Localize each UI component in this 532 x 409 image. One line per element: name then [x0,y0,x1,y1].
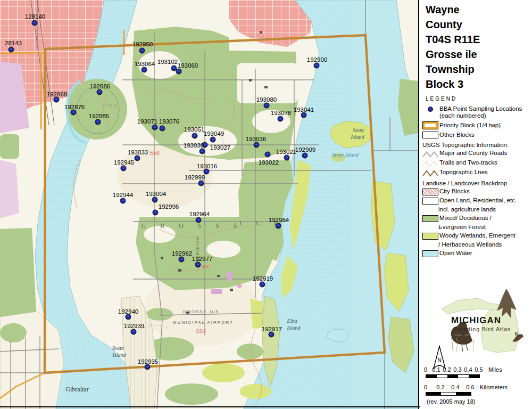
scale-tick: 0.4 [464,366,472,373]
legend-item-city-blocks: City Blocks [421,188,532,195]
bba-point-label: 192945 [114,159,134,166]
legend-bba-label2: (each numbered) [439,112,486,119]
bba-point-dot[interactable] [139,48,145,54]
scalebar-km-bar [426,392,471,396]
north-arrow-n: N [437,357,441,363]
legend-open-land-line2: incl. agriculture lands [438,206,532,213]
bba-point-dot[interactable] [179,257,185,263]
bba-point-dot[interactable] [142,67,147,73]
logo-years: 2002 - 2007 [454,333,471,337]
scale-segment [469,375,479,378]
map-label-stony-island: Stony Island [332,152,359,158]
bba-point-label: 192919 [253,275,273,282]
bba-point-dot[interactable] [314,63,320,69]
bba-point-label: 193036 [246,136,266,142]
bba-point-label: 193071 [137,118,157,125]
bba-point-dot[interactable] [160,126,165,132]
bba-point-dot[interactable] [192,133,198,139]
other-blocks-swatch [421,132,439,138]
scale-segment [456,392,471,395]
small-lake [327,329,348,342]
forest-swatch [421,215,439,222]
legend-wetland-line2: / Herbaceous Wetlands [438,241,532,248]
bba-point-dot[interactable] [120,198,126,204]
bba-point-label: 193064 [135,61,155,67]
bba-point-dot[interactable] [196,217,202,223]
map-canvas[interactable]: StonyIslandStony IslandElbaIslandSwanIsl… [0,0,418,409]
map-label-island: Island [287,325,301,331]
scale-segment [426,392,441,395]
title-line: Block 3 [420,77,532,92]
legend-bba-label: BBA Point Sampling Locations [439,105,522,112]
map-label-556: 556 [150,150,160,156]
bba-point-dot[interactable] [9,47,14,53]
bba-point-label: 193078 [271,110,291,116]
logo-title: MICHIGAN [451,315,501,326]
bba-point-dot[interactable] [152,125,158,130]
bba-point-dot[interactable] [32,20,38,26]
bba-point-dot[interactable] [145,364,151,370]
legend-item-trails: Trails and Two-tracks [421,159,532,167]
priority-block-swatch [421,121,439,129]
bba-point-dot[interactable] [97,89,103,95]
bba-point-dot[interactable] [131,329,137,335]
bba-point-label: 193030 [184,142,204,149]
bba-point-dot[interactable] [265,152,271,158]
scale-segment [426,375,437,378]
bba-point-dot[interactable] [254,142,260,148]
bba-point-label: 192885 [89,113,109,119]
bba-point-label: 192876 [64,104,85,110]
bba-point-dot[interactable] [153,210,159,216]
scale-segment [447,375,458,378]
bba-point-dot[interactable] [121,166,127,171]
bba-point-label: 192939 [124,323,144,329]
bba-point-label: 192944 [113,192,133,198]
title-line: Wayne [420,2,532,17]
scale-tick: 0.2 [436,384,444,390]
trails-line-icon [421,160,439,167]
bba-point-dot[interactable] [198,181,204,186]
bba-point-dot[interactable] [135,156,140,161]
scale-tick: 0 [424,384,427,390]
legend-item-bba-points: BBA Point Sampling Locations (each numbe… [421,105,532,119]
bba-point-dot[interactable] [204,169,210,175]
revision-note: (rev. 2005 may 18) [427,398,476,405]
bba-point-dot[interactable] [269,332,275,338]
legend-item-forest: Mixed/ Deciduous / [421,215,532,222]
bba-point-label: 193027 [210,144,230,151]
open-water-swatch [421,250,439,257]
bba-point-dot[interactable] [301,112,307,118]
scale-tick: 0.3 [453,366,461,373]
bba-point-dot[interactable] [126,314,131,320]
bba-point-dot[interactable] [54,97,60,103]
bba-point-dot[interactable] [195,262,201,268]
map-label-municipal-airport: MUNICIPAL AIRPORT [173,320,234,325]
open-land-swatch [421,198,439,204]
bba-point-label: 193033 [128,149,148,156]
bba-point-dot[interactable] [95,119,101,125]
bba-point-dot[interactable] [152,197,158,203]
logo-subtitle: Breeding Bird Atlas [453,326,511,332]
bba-point-dot[interactable] [278,116,284,122]
topo-map-backdrop [0,0,418,409]
bba-point-label: 193041 [294,107,314,113]
bba-point-dot[interactable] [264,103,270,109]
legend-heading: LEGEND [420,92,532,104]
bba-point-dot[interactable] [200,149,205,154]
bba-point-dot[interactable] [284,155,290,161]
topo-line-icon [421,169,439,177]
legend-item-open-water: Open Water [421,250,532,257]
bba-point-dot[interactable] [176,69,182,75]
bba-point-dot[interactable] [260,282,265,288]
bba-point-label: 193016 [197,163,217,169]
legend-item-priority-block: Priority Block (1/4 twp) [421,121,532,129]
legend-roads-label: Major and County Roads [439,150,507,157]
bba-point-dot[interactable] [210,137,216,143]
scalebar-miles: 00.10.20.30.40.5Miles [426,366,527,382]
map-label-elba: Elba [287,318,297,324]
scale-tick: 0 [424,366,427,373]
bba-point-dot[interactable] [71,110,77,116]
bba-point-dot[interactable] [276,223,281,229]
bba-point-dot[interactable] [302,153,308,159]
scale-segment [441,392,456,395]
